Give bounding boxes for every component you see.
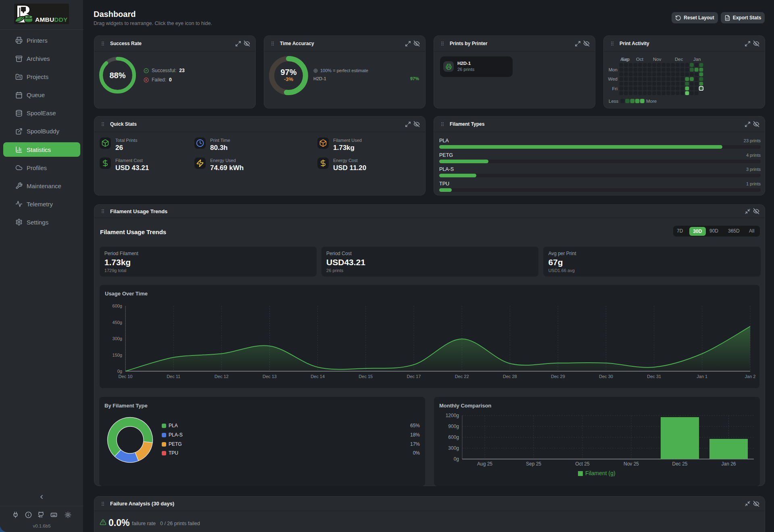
svg-text:Oct 25: Oct 25 (575, 461, 590, 467)
svg-text:450g: 450g (113, 320, 122, 325)
svg-text:Jan 2: Jan 2 (745, 374, 756, 379)
svg-text:Fri: Fri (612, 86, 618, 91)
svg-text:Dec 11: Dec 11 (167, 374, 180, 379)
svg-text:Dec 31: Dec 31 (647, 374, 661, 379)
svg-text:Dec 22: Dec 22 (455, 374, 469, 379)
svg-text:Dec 17: Dec 17 (407, 374, 421, 379)
svg-text:Dec: Dec (675, 57, 683, 62)
svg-text:Dec 10: Dec 10 (119, 374, 133, 379)
svg-text:Less: Less (609, 99, 619, 104)
svg-text:Filament (g): Filament (g) (585, 470, 615, 476)
svg-text:Dec 29: Dec 29 (551, 374, 565, 379)
svg-text:Dec 30: Dec 30 (599, 374, 613, 379)
svg-text:Dec 15: Dec 15 (359, 374, 373, 379)
svg-text:AMBUDDY: AMBUDDY (35, 16, 68, 23)
svg-text:Dec 14: Dec 14 (311, 374, 325, 379)
svg-text:97%: 97% (280, 68, 296, 77)
svg-text:900g: 900g (448, 424, 459, 429)
svg-text:Jan: Jan (693, 57, 701, 62)
svg-text:Oct: Oct (636, 57, 644, 62)
svg-text:300g: 300g (448, 445, 459, 451)
svg-text:Nov: Nov (653, 57, 661, 62)
svg-text:0g: 0g (117, 369, 122, 374)
svg-text:-3%: -3% (284, 76, 294, 82)
svg-text:Sep: Sep (622, 57, 630, 62)
svg-text:300g: 300g (113, 336, 122, 341)
svg-text:Mon: Mon (609, 67, 618, 72)
svg-text:88%: 88% (109, 71, 125, 80)
svg-text:Dec 13: Dec 13 (263, 374, 277, 379)
svg-text:Dec 25: Dec 25 (672, 461, 687, 467)
svg-text:Sep 25: Sep 25 (526, 461, 541, 467)
svg-text:Dec 28: Dec 28 (503, 374, 517, 379)
svg-text:More: More (646, 99, 657, 104)
svg-text:Jan 1: Jan 1 (697, 374, 707, 379)
svg-text:Nov 25: Nov 25 (624, 461, 639, 467)
svg-text:Aug 25: Aug 25 (477, 461, 492, 467)
svg-text:Dec 12: Dec 12 (215, 374, 229, 379)
svg-text:600g: 600g (448, 434, 459, 440)
svg-text:1200g: 1200g (446, 413, 459, 418)
svg-text:150g: 150g (113, 353, 122, 357)
svg-text:Jan 26: Jan 26 (721, 461, 736, 467)
svg-text:Wed: Wed (608, 77, 618, 81)
svg-text:600g: 600g (113, 303, 122, 308)
svg-text:0g: 0g (454, 456, 459, 462)
